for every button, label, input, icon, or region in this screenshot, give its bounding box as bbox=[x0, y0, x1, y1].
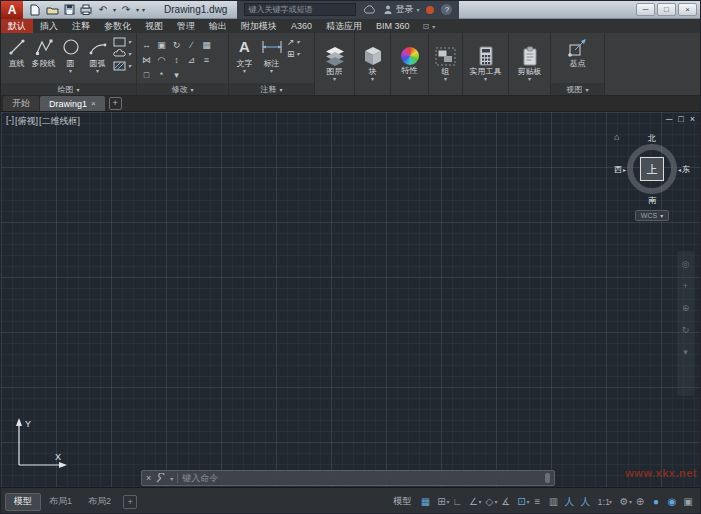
move-icon[interactable]: ↔ bbox=[139, 37, 154, 52]
command-scrollbar[interactable] bbox=[545, 473, 550, 483]
qat-customize-icon[interactable]: ▾ bbox=[142, 6, 145, 13]
nav-wheel-icon[interactable]: ◎ bbox=[682, 259, 690, 269]
fillet-icon[interactable]: ◠ bbox=[154, 52, 169, 67]
nav-pan-icon[interactable]: + bbox=[683, 281, 688, 291]
copy-icon[interactable]: ▣ bbox=[154, 37, 169, 52]
save-button[interactable] bbox=[62, 3, 76, 16]
mirror-icon[interactable]: ⋈ bbox=[139, 52, 154, 67]
base-point-button[interactable]: 基点 bbox=[558, 34, 598, 82]
revision-cloud-button[interactable]: ▾ bbox=[113, 49, 131, 59]
maximize-button[interactable]: □ bbox=[657, 3, 676, 16]
help-search-box[interactable] bbox=[244, 3, 356, 16]
clean-screen-icon[interactable]: ▣ bbox=[680, 493, 696, 511]
redo-dropdown-icon[interactable]: ▾ bbox=[136, 6, 139, 13]
annotation-autoscale-icon[interactable]: 人 bbox=[577, 493, 593, 511]
clipboard-panel-button[interactable]: 剪贴板 ▾ bbox=[509, 33, 550, 95]
new-file-button[interactable] bbox=[28, 3, 42, 16]
annotation-visibility-icon[interactable]: 人 bbox=[561, 493, 577, 511]
isolate-objects-icon[interactable]: ● bbox=[648, 493, 664, 511]
nav-zoom-icon[interactable]: ⊕ bbox=[682, 303, 690, 313]
annotation-scale-button[interactable]: 1:1 ▾ bbox=[593, 497, 616, 507]
layout-tab-layout1[interactable]: 布局1 bbox=[41, 493, 80, 511]
new-layout-button[interactable]: + bbox=[123, 495, 137, 509]
minimize-button[interactable]: ─ bbox=[636, 3, 655, 16]
command-close-icon[interactable]: × bbox=[146, 473, 151, 483]
file-tab-start[interactable]: 开始 bbox=[3, 96, 39, 111]
ucs-icon[interactable]: Y X bbox=[5, 415, 75, 473]
array-icon[interactable]: ▦ bbox=[199, 37, 214, 52]
drawing-canvas[interactable]: [-] [俯视] [二维线框] ─ □ × ⌂ 北 西 ▸ 上 ◂ 东 南 bbox=[1, 112, 700, 487]
view-panel-footer[interactable]: 视图 ▾ bbox=[551, 83, 604, 95]
ribbon-display-toggle[interactable]: ⊡ ▾ bbox=[417, 19, 442, 33]
selection-cycling-icon[interactable]: ▥ bbox=[545, 493, 561, 511]
undo-button[interactable]: ↶ bbox=[96, 3, 110, 16]
search-input[interactable] bbox=[248, 5, 358, 14]
dimension-button[interactable]: 标注 ▾ bbox=[258, 34, 285, 82]
ribbon-tab-parametric[interactable]: 参数化 bbox=[97, 19, 138, 33]
draw-panel-footer[interactable]: 绘图 ▾ bbox=[1, 83, 136, 95]
ribbon-tab-a360[interactable]: A360 bbox=[284, 19, 319, 33]
stretch-icon[interactable]: ↕ bbox=[169, 52, 184, 67]
table-button[interactable]: ⊞▾ bbox=[287, 49, 300, 59]
text-button[interactable]: A 文字 ▾ bbox=[231, 34, 258, 82]
vp-restore-button[interactable]: □ bbox=[678, 114, 683, 124]
view-menu-button[interactable]: [俯视] bbox=[15, 115, 38, 128]
trim-icon[interactable]: ∕ bbox=[184, 37, 199, 52]
annotate-panel-footer[interactable]: 注释 ▾ bbox=[229, 83, 314, 95]
ribbon-tab-output[interactable]: 输出 bbox=[202, 19, 234, 33]
circle-dropdown-icon[interactable]: ▾ bbox=[69, 69, 72, 74]
viewcube-east-label[interactable]: 东 bbox=[682, 164, 690, 175]
a360-cloud-icon[interactable] bbox=[363, 5, 377, 14]
close-button[interactable]: × bbox=[678, 3, 697, 16]
viewcube-rotate-left-icon[interactable]: ▸ bbox=[623, 166, 626, 173]
ribbon-tab-bim360[interactable]: BIM 360 bbox=[369, 19, 417, 33]
signin-button[interactable]: 登录 ▾ bbox=[384, 3, 419, 16]
nav-more-icon[interactable]: ▾ bbox=[683, 347, 688, 357]
new-drawing-tab-button[interactable]: + bbox=[109, 97, 122, 110]
plot-button[interactable] bbox=[79, 3, 93, 16]
viewcube-rotate-right-icon[interactable]: ◂ bbox=[678, 166, 681, 173]
model-space-button[interactable]: 模型 bbox=[387, 493, 417, 511]
ribbon-tab-home[interactable]: 默认 bbox=[1, 19, 33, 33]
dimension-dropdown-icon[interactable]: ▾ bbox=[270, 69, 273, 74]
modify-more-icon[interactable]: ▾ bbox=[169, 67, 184, 82]
object-snap-tracking-icon[interactable]: ∡ bbox=[497, 493, 513, 511]
vp-minimize-button[interactable]: ─ bbox=[666, 114, 672, 124]
scale-icon[interactable]: ⊿ bbox=[184, 52, 199, 67]
lineweight-icon[interactable]: ≡ bbox=[529, 493, 545, 511]
modify-panel-footer[interactable]: 修改 ▾ bbox=[137, 83, 228, 95]
graphics-performance-icon[interactable]: ◉ bbox=[664, 493, 680, 511]
ribbon-tab-manage[interactable]: 管理 bbox=[170, 19, 202, 33]
command-input[interactable] bbox=[182, 473, 541, 483]
arc-dropdown-icon[interactable]: ▾ bbox=[96, 69, 99, 74]
viewport-menu-button[interactable]: [-] bbox=[6, 115, 14, 128]
nav-orbit-icon[interactable]: ↻ bbox=[682, 325, 690, 335]
viewcube-top-face[interactable]: 上 bbox=[640, 157, 664, 181]
notification-icon[interactable] bbox=[426, 6, 434, 14]
ribbon-tab-addins[interactable]: 附加模块 bbox=[234, 19, 284, 33]
leader-button[interactable]: ↗▾ bbox=[287, 37, 300, 47]
undo-dropdown-icon[interactable]: ▾ bbox=[113, 6, 116, 13]
viewcube-north-label[interactable]: 北 bbox=[648, 133, 656, 144]
ribbon-tab-annotate[interactable]: 注释 bbox=[65, 19, 97, 33]
arc-button[interactable]: 圆弧 ▾ bbox=[84, 34, 111, 82]
vp-close-button[interactable]: × bbox=[690, 114, 695, 124]
ortho-mode-icon[interactable]: ∟ bbox=[449, 493, 465, 511]
visual-style-menu-button[interactable]: [二维线框] bbox=[39, 115, 80, 128]
command-dropdown-icon[interactable]: ▾ bbox=[170, 475, 173, 482]
tab-close-icon[interactable]: × bbox=[91, 99, 96, 108]
help-icon[interactable]: ? bbox=[441, 4, 452, 15]
viewcube-south-label[interactable]: 南 bbox=[648, 195, 656, 206]
grid-display-icon[interactable]: ▦ bbox=[417, 493, 433, 511]
viewcube-west-label[interactable]: 西 bbox=[614, 164, 622, 175]
layout-tab-layout2[interactable]: 布局2 bbox=[80, 493, 119, 511]
viewcube-ring[interactable]: 上 bbox=[627, 144, 677, 194]
text-dropdown-icon[interactable]: ▾ bbox=[243, 69, 246, 74]
command-customize-icon[interactable] bbox=[155, 473, 166, 484]
annotation-monitor-icon[interactable]: ⊕ bbox=[632, 493, 648, 511]
rectangle-button[interactable]: ▾ bbox=[113, 37, 131, 47]
redo-button[interactable]: ↷ bbox=[119, 3, 133, 16]
ribbon-tab-view[interactable]: 视图 bbox=[138, 19, 170, 33]
open-file-button[interactable] bbox=[45, 3, 59, 16]
properties-panel-button[interactable]: 特性 ▾ bbox=[391, 33, 428, 95]
